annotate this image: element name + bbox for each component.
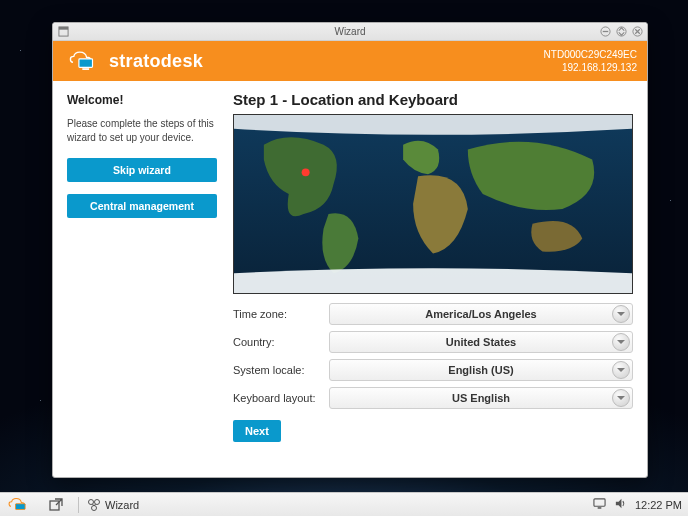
svg-rect-7 [82, 69, 89, 71]
next-button[interactable]: Next [233, 420, 281, 442]
wizard-footer: Next [233, 414, 633, 452]
svg-point-13 [89, 499, 94, 504]
svg-rect-6 [79, 59, 93, 67]
brand: stratodesk [67, 46, 203, 76]
value-timezone: America/Los Angeles [425, 308, 536, 320]
brand-logo-icon [67, 46, 101, 76]
chevron-down-icon [612, 305, 630, 323]
world-map[interactable] [233, 114, 633, 294]
skip-wizard-button[interactable]: Skip wizard [67, 158, 217, 182]
wizard-window: Wizard stratodesk NTD0 [52, 22, 648, 478]
label-country: Country: [233, 336, 329, 348]
central-management-button[interactable]: Central management [67, 194, 217, 218]
device-ip: 192.168.129.132 [544, 61, 637, 74]
dropdown-keyboard[interactable]: US English [329, 387, 633, 409]
dropdown-country[interactable]: United States [329, 331, 633, 353]
window-title: Wizard [334, 26, 365, 37]
svg-point-14 [95, 499, 100, 504]
welcome-text: Please complete the steps of this wizard… [67, 117, 217, 144]
brand-name: stratodesk [109, 51, 203, 72]
taskbar-task-wizard[interactable]: Wizard [87, 498, 139, 512]
label-timezone: Time zone: [233, 308, 329, 320]
settings-rows: Time zone: America/Los Angeles Country: … [233, 302, 633, 414]
chevron-down-icon [612, 389, 630, 407]
taskbar-separator [78, 497, 79, 513]
window-titlebar[interactable]: Wizard [53, 23, 647, 41]
maximize-icon[interactable] [615, 25, 627, 37]
tray-display-icon[interactable] [593, 497, 606, 512]
label-locale: System locale: [233, 364, 329, 376]
taskbar-clock[interactable]: 12:22 PM [635, 499, 682, 511]
row-timezone: Time zone: America/Los Angeles [233, 302, 633, 326]
row-locale: System locale: English (US) [233, 358, 633, 382]
value-country: United States [446, 336, 516, 348]
value-locale: English (US) [448, 364, 513, 376]
dropdown-timezone[interactable]: America/Los Angeles [329, 303, 633, 325]
device-id: NTD000C29C249EC [544, 48, 637, 61]
svg-rect-16 [594, 499, 605, 506]
start-menu-icon[interactable] [6, 495, 34, 515]
taskbar-task-label: Wizard [105, 499, 139, 511]
sidebar: Welcome! Please complete the steps of th… [67, 89, 217, 477]
close-icon[interactable] [631, 25, 643, 37]
external-link-icon[interactable] [42, 495, 70, 515]
window-menu-icon[interactable] [57, 25, 69, 37]
tray-volume-icon[interactable] [614, 497, 627, 512]
welcome-heading: Welcome! [67, 93, 217, 107]
svg-point-10 [302, 168, 310, 176]
svg-rect-1 [58, 26, 67, 29]
minimize-icon[interactable] [599, 25, 611, 37]
header-banner: stratodesk NTD000C29C249EC 192.168.129.1… [53, 41, 647, 81]
svg-point-15 [92, 505, 97, 510]
svg-rect-3 [602, 30, 608, 31]
main-panel: Step 1 - Location and Keyboard [233, 89, 633, 477]
svg-rect-11 [16, 503, 26, 509]
svg-rect-12 [50, 501, 59, 510]
label-keyboard: Keyboard layout: [233, 392, 329, 404]
chevron-down-icon [612, 333, 630, 351]
dropdown-locale[interactable]: English (US) [329, 359, 633, 381]
taskbar: Wizard 12:22 PM [0, 492, 688, 516]
chevron-down-icon [612, 361, 630, 379]
value-keyboard: US English [452, 392, 510, 404]
banner-device-info: NTD000C29C249EC 192.168.129.132 [544, 48, 637, 74]
step-heading: Step 1 - Location and Keyboard [233, 91, 633, 108]
row-country: Country: United States [233, 330, 633, 354]
svg-rect-17 [598, 507, 602, 508]
row-keyboard: Keyboard layout: US English [233, 386, 633, 410]
